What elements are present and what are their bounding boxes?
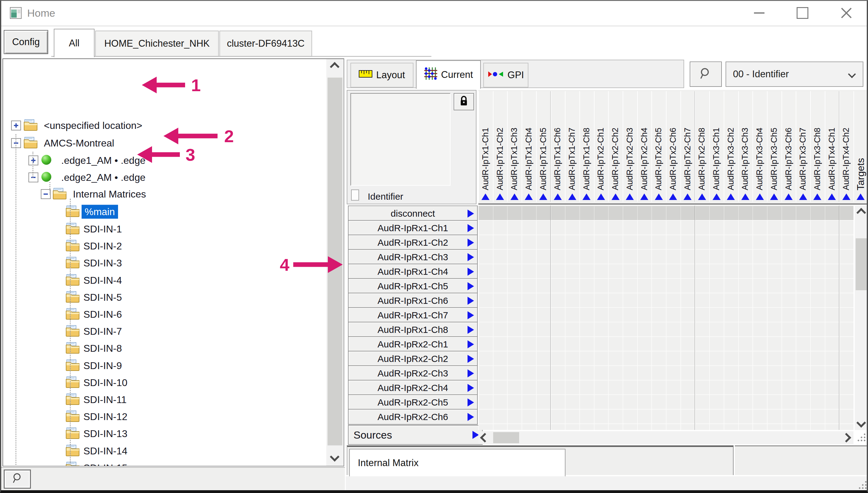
matrix-cell[interactable] [579, 264, 595, 279]
matrix-cell[interactable] [565, 351, 580, 366]
matrix-cell[interactable] [825, 293, 840, 308]
matrix-cell[interactable] [623, 206, 638, 221]
matrix-cell[interactable] [781, 409, 797, 424]
tree-scroll-down-button[interactable] [331, 453, 338, 462]
matrix-cell[interactable] [666, 351, 681, 366]
column-header-audr-iptx1-ch3[interactable]: AudR-IpTx1-Ch3 [507, 91, 522, 202]
matrix-cell[interactable] [594, 249, 609, 264]
matrix-cell[interactable] [536, 249, 551, 264]
row-header-audr-iprx1-ch1[interactable]: AudR-IpRx1-Ch1 [348, 220, 478, 236]
matrix-cell[interactable] [681, 409, 695, 424]
tree-item-internal-matrices[interactable]: Internal Matrices [3, 186, 320, 203]
matrix-cell[interactable] [623, 220, 638, 235]
matrix-cell[interactable] [579, 409, 595, 424]
matrix-cell[interactable] [681, 264, 695, 279]
matrix-cell[interactable] [752, 424, 767, 430]
column-header-audr-iptx1-ch8[interactable]: AudR-IpTx1-Ch8 [579, 91, 595, 202]
matrix-cell[interactable] [781, 365, 797, 381]
matrix-cell[interactable] [810, 365, 825, 381]
matrix-cell[interactable] [752, 264, 767, 279]
matrix-cell[interactable] [651, 351, 667, 366]
matrix-cell[interactable] [781, 264, 797, 279]
matrix-cell[interactable] [521, 307, 537, 322]
tree-item-sdi-in-14[interactable]: SDI-IN-14 [3, 442, 320, 459]
matrix-cell[interactable] [839, 409, 854, 424]
tree-expand-toggle[interactable] [11, 121, 21, 130]
matrix-cell[interactable] [810, 322, 825, 337]
matrix-cell[interactable] [810, 307, 825, 322]
matrix-cell[interactable] [507, 293, 522, 308]
matrix-cell[interactable] [608, 264, 623, 279]
matrix-cell[interactable] [752, 293, 767, 308]
matrix-cell[interactable] [724, 336, 739, 351]
matrix-cell[interactable] [825, 278, 840, 293]
column-header-audr-iptx2-ch5[interactable]: AudR-IpTx2-Ch5 [651, 91, 667, 202]
matrix-cell[interactable] [623, 264, 638, 279]
matrix-cell[interactable] [695, 220, 710, 235]
matrix-cell[interactable] [608, 206, 623, 221]
matrix-cell[interactable] [507, 220, 522, 235]
row-header-audr-iprx1-ch6[interactable]: AudR-IpRx1-Ch6 [348, 293, 478, 308]
matrix-cell[interactable] [781, 380, 797, 395]
matrix-cell[interactable] [810, 351, 825, 366]
matrix-cell[interactable] [521, 394, 537, 410]
matrix-cell[interactable] [695, 235, 710, 250]
matrix-cell[interactable] [666, 249, 681, 264]
matrix-cell[interactable] [565, 249, 580, 264]
matrix-cell[interactable] [810, 206, 825, 221]
row-header-audr-iprx1-ch2[interactable]: AudR-IpRx1-Ch2 [348, 235, 478, 250]
matrix-cell[interactable] [666, 235, 681, 250]
matrix-cell[interactable] [594, 322, 609, 337]
matrix-cell[interactable] [536, 220, 551, 235]
matrix-cell[interactable] [666, 394, 681, 410]
matrix-cell[interactable] [565, 424, 580, 430]
matrix-cell[interactable] [579, 424, 595, 430]
matrix-cell[interactable] [767, 380, 782, 395]
matrix-cell[interactable] [623, 336, 638, 351]
matrix-cell[interactable] [839, 293, 854, 308]
matrix-cell[interactable] [536, 264, 551, 279]
matrix-cell[interactable] [507, 351, 522, 366]
matrix-cell[interactable] [579, 235, 595, 250]
matrix-cell[interactable] [781, 235, 797, 250]
matrix-cell[interactable] [839, 264, 854, 279]
matrix-cell[interactable] [493, 235, 508, 250]
matrix-cell[interactable] [825, 220, 840, 235]
matrix-cell[interactable] [478, 293, 493, 308]
matrix-cell[interactable] [493, 380, 508, 395]
matrix-cell[interactable] [738, 307, 753, 322]
matrix-cell[interactable] [738, 264, 753, 279]
column-header-audr-iptx2-ch8[interactable]: AudR-IpTx2-Ch8 [695, 91, 710, 202]
matrix-cell[interactable] [623, 409, 638, 424]
matrix-cell[interactable] [623, 293, 638, 308]
matrix-cell[interactable] [666, 293, 681, 308]
matrix-cell[interactable] [651, 394, 667, 410]
matrix-cell[interactable] [738, 394, 753, 410]
row-header-audr-iprx2-ch4[interactable]: AudR-IpRx2-Ch4 [348, 380, 478, 395]
tab-all[interactable]: All [54, 29, 94, 57]
matrix-cell[interactable] [551, 351, 566, 366]
matrix-cell[interactable] [637, 307, 652, 322]
matrix-search-button[interactable] [690, 62, 722, 87]
matrix-cell[interactable] [594, 424, 609, 430]
matrix-cell[interactable] [565, 307, 580, 322]
matrix-cell[interactable] [637, 249, 652, 264]
matrix-cell[interactable] [521, 264, 537, 279]
matrix-cell[interactable] [551, 336, 566, 351]
matrix-cell[interactable] [738, 293, 753, 308]
matrix-cell[interactable] [579, 365, 595, 381]
matrix-cell[interactable] [781, 394, 797, 410]
matrix-cell[interactable] [724, 293, 739, 308]
matrix-cell[interactable] [608, 394, 623, 410]
matrix-cell[interactable] [738, 206, 753, 221]
matrix-cell[interactable] [536, 322, 551, 337]
column-header-audr-iptx1-ch1[interactable]: AudR-IpTx1-Ch1 [478, 91, 493, 202]
row-header-audr-iprx2-ch5[interactable]: AudR-IpRx2-Ch5 [348, 394, 478, 410]
column-header-audr-iptx2-ch4[interactable]: AudR-IpTx2-Ch4 [637, 91, 652, 202]
matrix-cell[interactable] [637, 351, 652, 366]
matrix-cell[interactable] [709, 206, 724, 221]
matrix-cell[interactable] [839, 351, 854, 366]
matrix-cell[interactable] [594, 380, 609, 395]
matrix-cell[interactable] [594, 307, 609, 322]
matrix-cell[interactable] [608, 380, 623, 395]
